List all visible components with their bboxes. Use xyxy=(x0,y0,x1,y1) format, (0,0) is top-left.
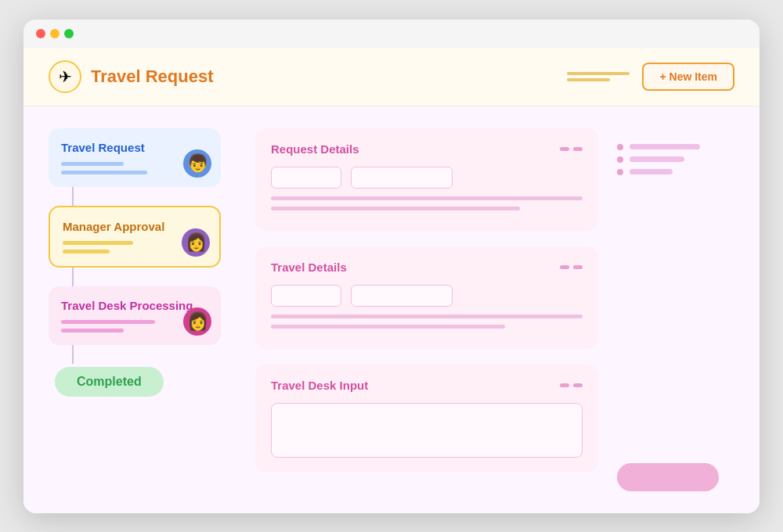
maximize-button[interactable] xyxy=(64,29,74,38)
desk-input-textarea[interactable] xyxy=(271,403,583,458)
travel-details-panel: Travel Details xyxy=(255,246,598,349)
workflow-column: Travel Request 👦 Manager Approval xyxy=(49,128,236,491)
minimize-button[interactable] xyxy=(50,29,60,38)
app-title: Travel Request xyxy=(91,66,214,87)
workflow-card-manager-approval[interactable]: Manager Approval 👩 xyxy=(49,206,221,268)
right-bar-3 xyxy=(630,169,673,174)
avatar-manager-approval: 👩 xyxy=(182,228,210,257)
card-line xyxy=(61,171,147,174)
panel-dots-travel-details xyxy=(560,265,583,269)
travel-desk-input-panel: Travel Desk Input xyxy=(255,365,598,472)
request-line-1 xyxy=(271,196,583,200)
right-action-button[interactable] xyxy=(617,463,719,491)
panel-dot xyxy=(560,147,569,151)
right-item-3 xyxy=(617,169,734,175)
panel-dot xyxy=(560,383,569,387)
avatar-icon: 👩 xyxy=(186,232,207,253)
panel-title-request-details: Request Details xyxy=(271,142,359,156)
card-line xyxy=(63,250,110,253)
new-item-button[interactable]: + New Item xyxy=(642,63,734,91)
request-details-panel: Request Details xyxy=(255,128,598,231)
request-field-1[interactable] xyxy=(271,167,341,189)
panel-title-desk-input: Travel Desk Input xyxy=(271,379,368,392)
card-line xyxy=(61,329,124,332)
request-line-2 xyxy=(271,207,520,210)
plane-icon: ✈ xyxy=(59,67,72,86)
panel-title-travel-details: Travel Details xyxy=(271,261,347,274)
app-icon: ✈ xyxy=(49,60,81,93)
form-row-request-fields xyxy=(271,167,583,189)
avatar-travel-request: 👦 xyxy=(183,149,211,178)
header-left: ✈ Travel Request xyxy=(49,60,214,93)
workflow-card-travel-request[interactable]: Travel Request 👦 xyxy=(49,128,221,187)
workflow-card-travel-desk[interactable]: Travel Desk Processing 👩 xyxy=(49,286,221,345)
close-button[interactable] xyxy=(36,29,45,38)
right-bar-1 xyxy=(630,144,700,149)
right-bar-2 xyxy=(630,156,684,162)
panel-header-request-details: Request Details xyxy=(271,142,583,156)
right-dot-3 xyxy=(617,169,623,175)
header-decoration xyxy=(567,72,630,81)
connector-1 xyxy=(72,187,74,206)
avatar-icon: 👦 xyxy=(187,153,208,174)
connector-3 xyxy=(72,345,74,364)
avatar-travel-desk: 👩 xyxy=(183,307,211,336)
avatar-icon: 👩 xyxy=(187,311,208,332)
title-bar xyxy=(23,20,760,48)
card-title-manager-approval: Manager Approval xyxy=(63,220,207,233)
travel-field-1[interactable] xyxy=(271,285,341,307)
travel-field-2[interactable] xyxy=(351,285,453,307)
right-dot-2 xyxy=(617,156,623,163)
right-item-1 xyxy=(617,144,734,150)
completed-badge: Completed xyxy=(55,367,164,397)
header-line-2 xyxy=(567,78,610,81)
panel-dots-desk-input xyxy=(560,383,583,387)
form-row-travel-fields xyxy=(271,285,583,307)
panel-dot xyxy=(573,265,583,269)
app-header: ✈ Travel Request + New Item xyxy=(23,48,760,106)
card-title-travel-desk: Travel Desk Processing xyxy=(61,299,208,312)
card-line xyxy=(61,320,155,324)
panel-dots-request-details xyxy=(560,147,583,151)
panel-dot xyxy=(560,265,569,269)
connector-2 xyxy=(72,268,74,286)
right-item-2 xyxy=(617,156,734,163)
form-column: Request Details Travel Details xyxy=(255,128,598,491)
app-window: ✈ Travel Request + New Item Travel Reque… xyxy=(23,20,760,513)
header-right: + New Item xyxy=(567,63,734,91)
main-content: Travel Request 👦 Manager Approval xyxy=(23,106,760,513)
right-column xyxy=(617,128,734,491)
travel-line-1 xyxy=(271,315,583,318)
card-line xyxy=(63,241,133,245)
card-title-travel-request: Travel Request xyxy=(61,141,208,154)
right-dot-1 xyxy=(617,144,623,150)
request-field-2[interactable] xyxy=(351,167,453,189)
panel-header-desk-input: Travel Desk Input xyxy=(271,379,583,392)
panel-dot xyxy=(573,383,583,387)
card-line xyxy=(61,162,124,166)
panel-header-travel-details: Travel Details xyxy=(271,261,583,274)
travel-line-2 xyxy=(271,325,505,329)
panel-dot xyxy=(573,147,583,151)
header-line-1 xyxy=(567,72,630,75)
